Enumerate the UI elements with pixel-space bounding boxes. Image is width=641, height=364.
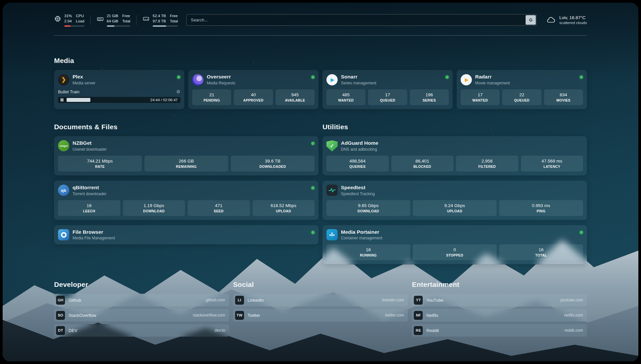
disk-progress-fill: [153, 25, 166, 27]
app-desc: Media Requests: [207, 81, 235, 85]
bookmark-name: Github: [69, 298, 81, 303]
linkedin-icon: LI: [235, 296, 244, 305]
section-title-documents: Documents & Files: [54, 123, 319, 131]
sonarr-icon: [326, 74, 338, 85]
app-card-plex[interactable]: Plex Media server Bullet Train 24:44 / 0…: [54, 70, 184, 109]
topbar-separator: [136, 15, 137, 25]
stat-leech: 16LEECH: [58, 200, 120, 216]
app-card-radarr[interactable]: Radarr Movie management 17WANTED 22QUEUE…: [457, 70, 587, 109]
overseerr-icon: [192, 74, 203, 85]
bookmark-github[interactable]: GH Github github.com: [54, 294, 229, 306]
bookmark-linkedin[interactable]: LI LinkedIn linkedin.com: [233, 294, 408, 306]
status-dot: [580, 231, 583, 234]
stat-downloaded: 39.6 TBDOWNLOADED: [231, 156, 315, 171]
app-card-adguard[interactable]: AdGuard Home DNS and adblocking 498,564Q…: [322, 136, 587, 175]
stackoverflow-icon: SO: [56, 311, 65, 320]
app-card-filebrowser[interactable]: File Browser Media File Management: [54, 225, 319, 245]
topbar-separator: [90, 15, 91, 25]
ram-labels: Free Total: [122, 13, 130, 24]
disk-metric: 52.4 TB 97.9 TB Free Total: [142, 13, 178, 27]
stat-movies: 834MOVIES: [544, 89, 583, 105]
ram-free-label: Free: [122, 13, 130, 18]
playback-progress-bar: 24:44 / 02:06:47: [58, 97, 180, 103]
weather-condition: scattered clouds: [559, 21, 587, 25]
snow-particles: [3, 3, 3, 3]
section-developer: Developer GH Github github.com SO StackO…: [54, 281, 229, 337]
stat-wanted: 485WANTED: [326, 89, 365, 105]
bookmark-url: dev.to: [215, 328, 225, 333]
stat-queued: 22QUEUED: [502, 89, 541, 105]
app-card-nzbget[interactable]: nzbget NZBGet Usenet downloader 744.21 M…: [54, 136, 319, 175]
app-card-sonarr[interactable]: Sonarr Series management 485WANTED 17QUE…: [322, 70, 453, 109]
stat-available: 945AVAILABLE: [276, 89, 315, 105]
stat-queued: 17QUEUED: [368, 89, 407, 105]
two-column-area: Documents & Files nzbget NZBGet Usenet d…: [54, 123, 587, 264]
stat-filtered: 2,956FILTERED: [456, 156, 518, 171]
app-desc: Series management: [341, 81, 376, 85]
search-input[interactable]: [186, 14, 537, 26]
section-title-social: Social: [233, 281, 408, 288]
bookmark-url: linkedin.com: [382, 298, 404, 302]
stat-series: 196SERIES: [410, 89, 449, 105]
dashboard-screen: 31% 2.94 CPU Load: [3, 3, 638, 361]
bookmark-url: youtube.com: [560, 298, 583, 302]
ram-progress-track: [107, 25, 130, 27]
bookmark-name: Twitter: [248, 313, 260, 318]
bookmark-name: Netflix: [426, 313, 438, 318]
stat-approved: 40APPROVED: [234, 89, 273, 105]
bookmark-twitter[interactable]: TW Twitter twitter.com: [233, 309, 408, 321]
bookmark-url: stackoverflow.com: [193, 313, 225, 318]
status-dot: [311, 76, 315, 79]
youtube-icon: YT: [414, 296, 423, 305]
bookmark-reddit[interactable]: RE Reddit reddit.com: [412, 324, 587, 337]
app-card-portainer[interactable]: Media Portainer Container management 16R…: [322, 225, 587, 264]
adguard-icon: [326, 140, 338, 151]
pause-icon[interactable]: [61, 98, 63, 102]
stat-total: 16TOTAL: [499, 244, 583, 260]
stat-download: 1.19 GbpsDOWNLOAD: [123, 200, 185, 216]
speedtest-icon: [326, 185, 338, 196]
app-card-qbittorrent[interactable]: qb qBittorrent Torrent downloader 16LEEC…: [54, 181, 319, 220]
cloud-icon: [545, 16, 556, 24]
app-desc: Container management: [341, 236, 382, 240]
disk-values: 52.4 TB 97.9 TB: [153, 13, 166, 24]
bookmark-netflix[interactable]: NF Netflix netflix.com: [412, 309, 587, 321]
app-desc: Speedtest Tracking: [341, 192, 375, 196]
app-name: Sonarr: [341, 74, 376, 80]
bookmark-dev[interactable]: DT DEV dev.to: [54, 324, 229, 337]
app-name: Plex: [73, 74, 95, 80]
ram-metric: 21 GiB 64 GiB Free Total: [97, 13, 130, 27]
cpu-load-value: 2.94: [64, 18, 72, 24]
ram-total-value: 64 GiB: [107, 18, 118, 24]
app-card-overseerr[interactable]: Overseerr Media Requests 21PENDING 40APP…: [188, 70, 319, 109]
ram-icon: [97, 15, 104, 22]
gear-icon[interactable]: [176, 89, 180, 94]
cpu-progress-track: [64, 25, 84, 27]
section-media: Media Plex Media server Bullet Train: [54, 57, 587, 109]
app-name: Radarr: [475, 74, 510, 80]
app-desc: Media server: [73, 81, 95, 85]
app-name: Speedtest: [341, 185, 375, 191]
status-dot: [311, 186, 315, 190]
weather-widget: Lviv, 16.87°C scattered clouds: [545, 15, 587, 25]
stat-wanted: 17WANTED: [461, 89, 500, 105]
cpu-load-label: Load: [76, 18, 84, 24]
ram-total-label: Total: [122, 18, 130, 24]
qbittorrent-icon-text: qb: [61, 188, 66, 193]
stat-rate: 744.21 MbpsRATE: [58, 156, 142, 171]
bookmark-youtube[interactable]: YT YouTube youtube.com: [412, 294, 587, 306]
app-card-speedtest[interactable]: Speedtest Speedtest Tracking 9.65 GbpsDO…: [322, 181, 587, 220]
playback-time: 24:44 / 02:06:47: [150, 97, 178, 103]
bookmark-name: LinkedIn: [248, 298, 264, 303]
stat-blocked: 86,401BLOCKED: [391, 156, 454, 171]
disk-progress-track: [153, 25, 178, 27]
status-dot: [311, 231, 315, 234]
stat-ping: 0.993 msPING: [499, 200, 583, 216]
disk-total-value: 97.9 TB: [153, 18, 166, 24]
search-engine-button[interactable]: G: [526, 15, 536, 25]
stat-latency: 47.569 msLATENCY: [521, 156, 583, 171]
weather-location: Lviv, 16.87°C: [559, 15, 587, 20]
stat-queries: 498,564QUERIES: [326, 156, 389, 171]
bookmark-stackoverflow[interactable]: SO StackOverflow stackoverflow.com: [54, 309, 229, 321]
plex-icon: [58, 74, 69, 85]
